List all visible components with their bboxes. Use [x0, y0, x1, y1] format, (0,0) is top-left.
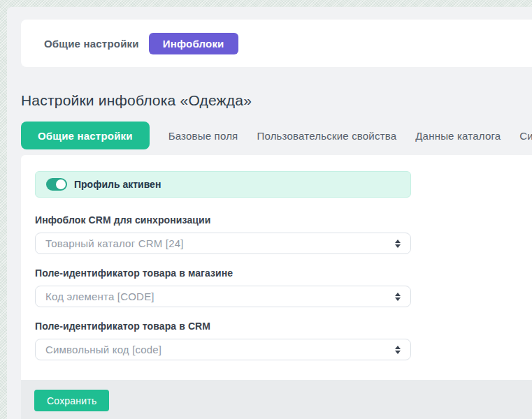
form-group-crm-id-field: Поле-идентификатор товара в CRM Символьн…: [35, 321, 518, 360]
page-title: Настройки инфоблока «Одежда»: [21, 92, 532, 109]
save-button[interactable]: Сохранить: [34, 390, 109, 411]
select-arrows-icon: [395, 346, 401, 354]
select-arrows-icon: [395, 240, 401, 248]
crm-infoblock-label: Инфоблок CRM для синхронизации: [35, 214, 518, 226]
infoblock-tabs: Общие настройки Базовые поля Пользовател…: [21, 122, 532, 149]
tab-general-settings[interactable]: Общие настройки: [21, 122, 150, 149]
crm-id-field-label: Поле-идентификатор товара в CRM: [35, 321, 518, 332]
toggle-knob: [56, 179, 66, 189]
panel-footer: Сохранить: [21, 380, 532, 419]
shop-id-field-select-value: Код элемента [CODE]: [45, 291, 389, 302]
form-group-crm-infoblock: Инфоблок CRM для синхронизации Товарный …: [35, 214, 518, 254]
profile-active-banner: Профиль активен: [35, 171, 411, 198]
crm-infoblock-select[interactable]: Товарный каталог CRM [24]: [35, 233, 411, 254]
tab-catalog-data[interactable]: Данные каталога: [415, 130, 501, 142]
tab-synchronization[interactable]: Синхронизация: [519, 130, 532, 142]
tab-base-fields[interactable]: Базовые поля: [168, 130, 238, 142]
crm-id-field-select[interactable]: Символьный код [code]: [35, 339, 411, 360]
app-window: Общие настройки Инфоблоки Настройки инфо…: [7, 7, 532, 419]
profile-active-toggle[interactable]: [46, 178, 67, 191]
switcher-item-infoblocks[interactable]: Инфоблоки: [149, 33, 238, 54]
tab-user-properties[interactable]: Пользовательские свойства: [257, 130, 396, 142]
shop-id-field-label: Поле-идентификатор товара в магазине: [35, 267, 518, 279]
crm-infoblock-select-value: Товарный каталог CRM [24]: [45, 237, 389, 249]
settings-panel: Профиль активен Инфоблок CRM для синхрон…: [21, 155, 532, 380]
settings-switcher-bar: Общие настройки Инфоблоки: [21, 20, 532, 67]
shop-id-field-select[interactable]: Код элемента [CODE]: [35, 286, 411, 307]
profile-active-label: Профиль активен: [74, 179, 161, 190]
select-arrows-icon: [395, 293, 401, 301]
switcher-item-general-settings[interactable]: Общие настройки: [44, 38, 139, 50]
crm-id-field-select-value: Символьный код [code]: [45, 344, 389, 355]
form-group-shop-id-field: Поле-идентификатор товара в магазине Код…: [35, 267, 518, 307]
